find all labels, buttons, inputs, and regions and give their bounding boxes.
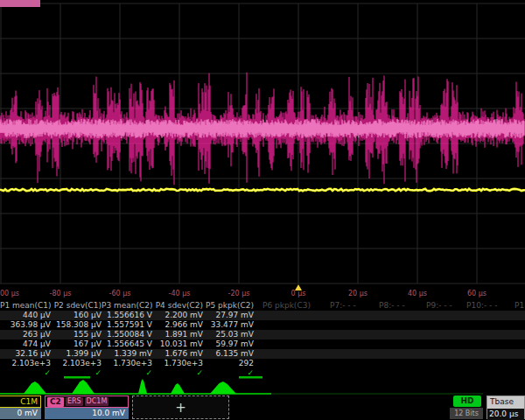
measure-value: 1.550084 V xyxy=(102,330,154,340)
measure-column-header-inactive[interactable]: P9:- - - xyxy=(426,301,452,311)
measure-column-header-inactive[interactable]: P1 xyxy=(514,301,524,311)
measure-value: 474 µV xyxy=(0,340,52,349)
c1-scale-value: 0 mV xyxy=(0,408,41,419)
measure-stat-row: 363.98 µV158.308 µV1.557591 V2.966 mV33.… xyxy=(0,320,525,330)
time-axis-tick-label: -40 µs xyxy=(169,290,191,298)
measure-value: 1.891 mV xyxy=(152,330,205,340)
measure-column-header-inactive[interactable]: P6 pkpk(C3) xyxy=(262,301,311,311)
measure-value: 10.031 mV xyxy=(152,340,205,349)
channel-descriptor-c1[interactable]: C1M 0 mV xyxy=(0,396,41,419)
time-axis-tick-label: -60 µs xyxy=(109,290,131,298)
measure-value: 1.556645 V xyxy=(102,340,154,349)
measure-column-header[interactable]: P5 pkpk(C2) xyxy=(203,301,256,311)
measure-value: 263 µV xyxy=(0,330,52,340)
measure-value: 155 µV xyxy=(51,330,103,340)
timebase-value: 20.0 µs xyxy=(487,409,524,420)
timebase-title: Tbase xyxy=(487,396,524,409)
timebase-descriptor[interactable]: Tbase 20.0 µs xyxy=(486,396,525,419)
c2-channel-badge: C2 xyxy=(47,397,64,407)
c1-flat-trace[interactable] xyxy=(0,189,525,191)
hd-mode-badge[interactable]: HD xyxy=(453,396,481,407)
measure-value: 25.03 mV xyxy=(203,330,256,340)
measure-value: 1.556616 V xyxy=(102,311,154,320)
measure-value: 292 xyxy=(203,359,256,368)
add-trace-button[interactable]: + xyxy=(132,396,229,419)
measure-value: 27.97 mV xyxy=(203,311,256,320)
measure-value: 1.730e+3 xyxy=(102,359,154,368)
measure-value: 440 µV xyxy=(0,311,52,320)
measure-value: 363.98 µV xyxy=(0,320,52,330)
measure-value: 6.135 mV xyxy=(203,349,256,359)
cropped-pink-badge xyxy=(0,0,40,7)
measure-value: 1.557591 V xyxy=(102,320,154,330)
measure-value: 2.103e+3 xyxy=(51,359,103,368)
measure-stat-row: 2.103e+32.103e+31.730e+31.730e+3292 xyxy=(0,359,525,368)
time-axis-tick-label: 60 µs xyxy=(467,290,486,298)
oscilloscope-screen: 00 µs-80 µs-60 µs-40 µs-20 µs0 µs20 µs40… xyxy=(0,0,525,420)
measure-value: 33.477 mV xyxy=(203,320,256,330)
measure-value: 1.676 mV xyxy=(152,349,205,359)
measure-value: 1.339 mV xyxy=(102,349,154,359)
measure-value: 1.730e+3 xyxy=(152,359,205,368)
measure-value: 2.103e+3 xyxy=(0,359,52,368)
measure-column-header[interactable]: P2 sdev(C1) xyxy=(51,301,103,311)
hd-bits-label: 12 Bits xyxy=(450,408,483,419)
c2-coupling-flag: DC1M xyxy=(85,397,109,406)
c2-eres-flag: ERS xyxy=(66,397,83,406)
time-axis-tick-label: 20 µs xyxy=(348,290,368,298)
plus-icon: + xyxy=(175,400,186,416)
measure-value: 160 µV xyxy=(51,311,103,320)
measure-stat-row: 440 µV160 µV1.556616 V2.200 mV27.97 mV xyxy=(0,311,525,320)
measure-stat-row: 474 µV167 µV1.556645 V10.031 mV59.97 mV xyxy=(0,340,525,349)
measure-stat-row: 263 µV155 µV1.550084 V1.891 mV25.03 mV xyxy=(0,330,525,340)
measure-column-header-inactive[interactable]: P10:- - - xyxy=(466,301,497,311)
measure-value: 158.308 µV xyxy=(51,320,103,330)
measure-value: 1.399 µV xyxy=(51,349,103,359)
channel-descriptor-c2[interactable]: C2 ERS DC1M 10.0 mV xyxy=(45,396,129,419)
time-axis-tick-label: 40 µs xyxy=(408,290,427,298)
time-axis-tick-label: 0 µs xyxy=(291,290,306,298)
waveform-graticule xyxy=(0,0,525,298)
measure-column-header[interactable]: P3 mean(C2) xyxy=(102,301,154,311)
time-axis-tick-label: -80 µs xyxy=(50,290,72,298)
measure-value: 59.97 mV xyxy=(203,340,256,349)
c1-coupling-label: C1M xyxy=(0,396,41,408)
measure-value: 32.16 µV xyxy=(0,349,52,359)
measure-stat-row: 32.16 µV1.399 µV1.339 mV1.676 mV6.135 mV xyxy=(0,349,525,359)
time-axis-tick-label: -20 µs xyxy=(228,290,250,298)
measure-column-header[interactable]: P4 sdev(C2) xyxy=(152,301,205,311)
c2-scale-value: 10.0 mV xyxy=(45,408,129,419)
histogram-trace xyxy=(0,376,525,396)
measure-column-header[interactable]: P1 mean(C1) xyxy=(0,301,52,311)
measure-column-header-inactive[interactable]: P7:- - - xyxy=(330,301,356,311)
measure-column-header-inactive[interactable]: P8:- - - xyxy=(379,301,405,311)
measurement-table[interactable]: P1 mean(C1)P2 sdev(C1)P3 mean(C2)P4 sdev… xyxy=(0,301,525,378)
time-axis-tick-label: 00 µs xyxy=(0,290,19,298)
c2-noise-trace[interactable] xyxy=(0,73,524,186)
measure-value: 2.200 mV xyxy=(152,311,205,320)
measure-value: 2.966 mV xyxy=(152,320,205,330)
measure-value: 167 µV xyxy=(51,340,103,349)
